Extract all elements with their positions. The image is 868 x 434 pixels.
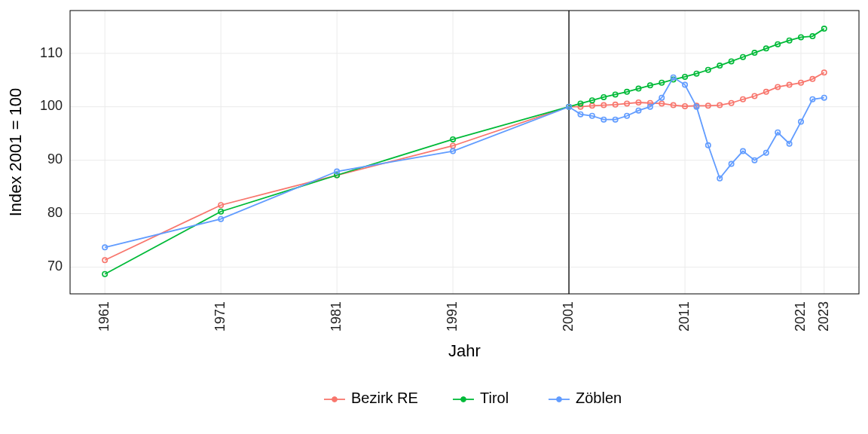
- legend-key-point: [332, 397, 338, 402]
- y-tick-label: 80: [47, 205, 63, 220]
- line-chart: 1961197119811991200120112021202370809010…: [0, 0, 868, 434]
- x-tick-label: 1991: [445, 301, 460, 332]
- x-tick-label: 2023: [816, 301, 831, 332]
- y-tick-label: 70: [47, 258, 63, 274]
- legend-key-point: [461, 397, 466, 402]
- legend-key-point: [557, 397, 562, 402]
- x-tick-label: 2001: [561, 301, 576, 332]
- x-axis-title: Jahr: [448, 341, 481, 360]
- y-tick-label: 110: [40, 45, 63, 60]
- legend-label: Bezirk RE: [351, 390, 418, 406]
- x-tick-label: 2021: [793, 301, 808, 332]
- y-axis: 708090100110: [40, 45, 63, 274]
- x-tick-label: 2011: [677, 301, 692, 332]
- y-axis-title: Index 2001 = 100: [6, 88, 25, 217]
- x-tick-label: 1961: [96, 301, 112, 332]
- x-tick-label: 1971: [212, 301, 228, 332]
- legend: Bezirk RETirolZöblen: [324, 390, 622, 406]
- x-axis: 19611971198119912001201120212023: [96, 301, 831, 332]
- x-tick-label: 1981: [329, 301, 344, 332]
- legend-label: Zöblen: [576, 390, 622, 406]
- y-tick-label: 90: [47, 151, 63, 167]
- legend-label: Tirol: [480, 390, 509, 406]
- y-tick-label: 100: [40, 98, 63, 113]
